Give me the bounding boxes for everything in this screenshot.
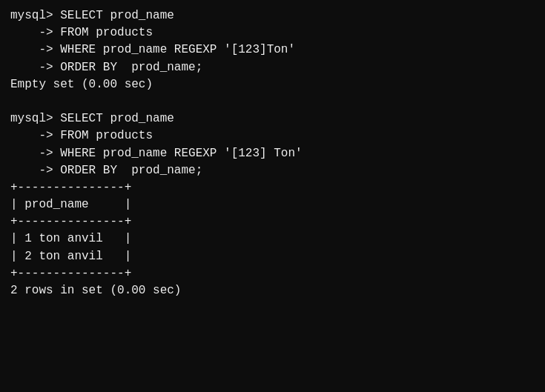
result-line: Empty set (0.00 sec) — [10, 76, 535, 93]
result-line: | 2 ton anvil | — [10, 248, 535, 265]
result-line: | 1 ton anvil | — [10, 230, 535, 248]
continuation-line: -> FROM products — [10, 127, 535, 144]
continuation-line: -> ORDER BY prod_name; — [10, 162, 535, 179]
result-line: +---------------+ — [10, 179, 535, 196]
terminal-window: mysql> SELECT prod_name -> FROM products… — [10, 7, 535, 385]
prompt-line: mysql> SELECT prod_name — [10, 110, 535, 127]
empty-line — [10, 93, 535, 110]
result-line: 2 rows in set (0.00 sec) — [10, 282, 535, 299]
result-line: +---------------+ — [10, 213, 535, 230]
prompt-line: mysql> SELECT prod_name — [10, 7, 535, 24]
continuation-line: -> FROM products — [10, 24, 535, 41]
continuation-line: -> WHERE prod_name REGEXP '[123] Ton' — [10, 145, 535, 162]
continuation-line: -> ORDER BY prod_name; — [10, 59, 535, 76]
result-line: +---------------+ — [10, 265, 535, 282]
result-line: | prod_name | — [10, 196, 535, 213]
continuation-line: -> WHERE prod_name REGEXP '[123]Ton' — [10, 41, 535, 59]
